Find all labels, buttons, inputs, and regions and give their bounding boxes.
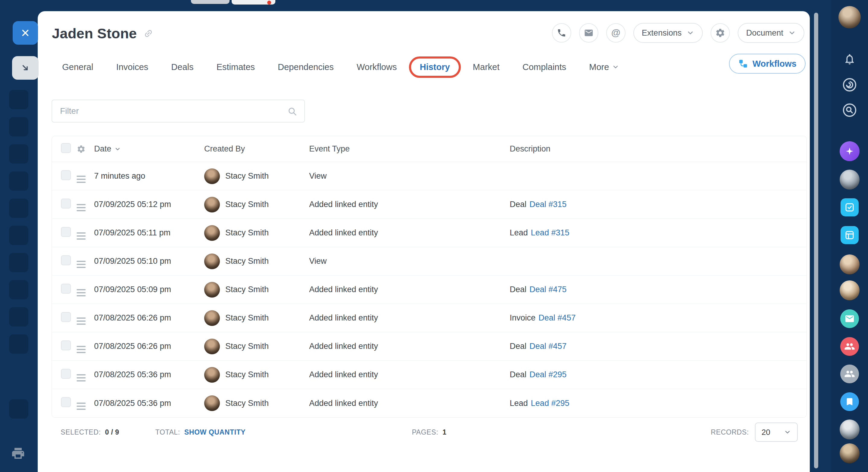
document-dropdown[interactable]: Document — [738, 23, 804, 43]
avatar — [204, 254, 220, 269]
tab-complaints[interactable]: Complaints — [522, 62, 566, 72]
tab-invoices[interactable]: Invoices — [116, 62, 148, 72]
row-description-link[interactable]: Deal #475 — [530, 285, 567, 294]
row-checkbox[interactable] — [61, 369, 71, 379]
sidebar-item-placeholder[interactable] — [9, 117, 28, 137]
sidebar-item-placeholder[interactable] — [9, 199, 28, 218]
tab-more[interactable]: More — [589, 62, 619, 72]
search-assistant-icon[interactable] — [841, 102, 858, 119]
row-checkbox[interactable] — [61, 227, 71, 237]
table-row: 07/09/2025 05:09 pm Stacy Smith Added li… — [52, 275, 806, 304]
tab-workflows[interactable]: Workflows — [356, 62, 397, 72]
table-footer: SELECTED: 0 / 9 TOTAL: SHOW QUANTITY PAG… — [52, 417, 807, 447]
bookmark-icon[interactable] — [840, 392, 859, 411]
sidebar-item-placeholder[interactable] — [9, 399, 28, 419]
row-description-link[interactable]: Lead #315 — [531, 228, 569, 237]
table-row: 07/09/2025 05:12 pm Stacy Smith Added li… — [52, 190, 806, 219]
row-checkbox[interactable] — [61, 397, 71, 407]
row-checkbox[interactable] — [61, 312, 71, 322]
row-event-type: Added linked entity — [309, 370, 510, 379]
avatar — [204, 367, 220, 383]
show-quantity-link[interactable]: SHOW QUANTITY — [184, 428, 246, 436]
sidebar-item-placeholder[interactable] — [9, 253, 28, 272]
workflows-icon — [738, 59, 748, 69]
phone-button[interactable] — [552, 23, 571, 42]
profile-avatar[interactable] — [838, 6, 861, 28]
email-button[interactable] — [579, 23, 598, 42]
planner-icon[interactable] — [841, 226, 859, 244]
sidebar-item-placeholder[interactable] — [9, 307, 28, 327]
search-icon[interactable] — [287, 107, 297, 116]
sidebar-item-placeholder[interactable] — [9, 90, 28, 109]
records-per-page-select[interactable]: 20 — [755, 422, 798, 442]
row-created-by: Stacy Smith — [225, 228, 269, 237]
grid-settings-icon[interactable] — [76, 145, 94, 154]
row-event-type: Added linked entity — [309, 399, 510, 408]
collapse-button[interactable] — [12, 56, 39, 80]
row-checkbox[interactable] — [61, 255, 71, 265]
row-checkbox[interactable] — [61, 284, 71, 294]
close-button[interactable] — [13, 21, 38, 45]
chat-avatar[interactable] — [840, 443, 860, 463]
workflows-button-label: Workflows — [752, 59, 797, 69]
row-menu-icon[interactable] — [76, 346, 86, 353]
row-description-link[interactable]: Lead #295 — [531, 399, 569, 408]
chat-avatar[interactable] — [840, 281, 860, 300]
tasks-icon[interactable] — [841, 198, 859, 216]
tab-general[interactable]: General — [62, 62, 93, 72]
row-description-prefix: Invoice — [510, 313, 536, 323]
support-icon[interactable] — [841, 76, 858, 93]
chat-avatar[interactable] — [840, 170, 860, 189]
sort-desc-icon — [114, 146, 121, 152]
copy-link-icon[interactable] — [142, 27, 155, 40]
crm-people-icon[interactable] — [840, 337, 859, 356]
notifications-bell-icon[interactable] — [843, 53, 856, 66]
tab-history[interactable]: History — [420, 62, 450, 72]
row-description-link[interactable]: Deal #295 — [530, 370, 567, 379]
sidebar-item-placeholder[interactable] — [9, 171, 28, 191]
row-description-link[interactable]: Deal #457 — [530, 342, 567, 351]
copilot-icon[interactable] — [840, 141, 860, 161]
tab-dependencies[interactable]: Dependencies — [278, 62, 334, 72]
chat-avatar[interactable] — [840, 419, 860, 439]
people-icon[interactable] — [840, 364, 859, 383]
row-menu-icon[interactable] — [76, 403, 86, 410]
chat-avatar[interactable] — [840, 255, 860, 274]
row-menu-icon[interactable] — [76, 204, 86, 211]
pages-value: 1 — [442, 428, 446, 436]
row-menu-icon[interactable] — [76, 374, 86, 381]
avatar — [204, 310, 220, 326]
row-checkbox[interactable] — [61, 341, 71, 350]
row-checkbox[interactable] — [61, 199, 71, 209]
sidebar-item-placeholder[interactable] — [9, 144, 28, 164]
column-header-date[interactable]: Date — [94, 144, 204, 154]
background-window-fragment — [231, 0, 275, 4]
row-menu-icon[interactable] — [76, 289, 86, 296]
sidebar-item-placeholder[interactable] — [9, 334, 28, 354]
card-header: Jaden Stone — [52, 25, 153, 42]
tab-estimates[interactable]: Estimates — [217, 62, 255, 72]
tab-market[interactable]: Market — [473, 62, 500, 72]
records-label: RECORDS: — [711, 428, 749, 436]
row-menu-icon[interactable] — [76, 232, 86, 240]
scrollbar[interactable] — [814, 13, 818, 468]
tab-deals[interactable]: Deals — [171, 62, 194, 72]
printer-icon[interactable] — [11, 445, 27, 461]
total-label: TOTAL: — [155, 428, 180, 436]
row-description-link[interactable]: Deal #457 — [539, 313, 576, 323]
extensions-dropdown[interactable]: Extensions — [633, 23, 703, 43]
row-checkbox[interactable] — [61, 170, 71, 180]
sidebar-item-placeholder[interactable] — [9, 280, 28, 299]
mail-icon[interactable] — [840, 309, 859, 328]
filter-input[interactable] — [52, 100, 304, 122]
row-menu-icon[interactable] — [76, 261, 86, 268]
row-menu-icon[interactable] — [76, 318, 86, 325]
row-menu-icon[interactable] — [76, 176, 86, 183]
sidebar-item-placeholder[interactable] — [9, 226, 28, 245]
select-all-checkbox[interactable] — [61, 143, 71, 153]
row-description-link[interactable]: Deal #315 — [530, 200, 567, 209]
workflows-button[interactable]: Workflows — [729, 54, 806, 73]
at-sign-button[interactable]: @ — [606, 23, 625, 42]
settings-button[interactable] — [711, 23, 730, 42]
column-header-created-by: Created By — [204, 144, 309, 154]
